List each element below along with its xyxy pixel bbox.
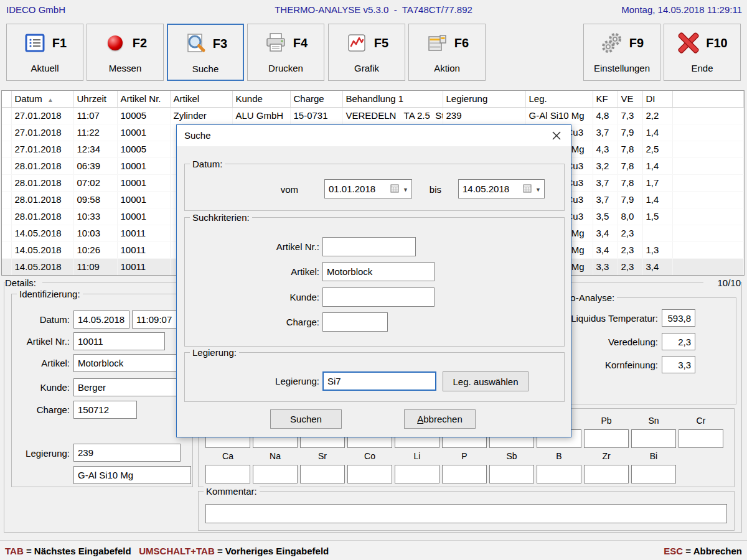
dialog-artikel-input[interactable] [322,262,435,281]
element-value-box[interactable] [679,429,723,448]
cell-datum: 14.05.2018 [11,241,73,258]
column-header-uhrzeit[interactable]: Uhrzeit [73,91,117,107]
element-symbol: Bi [631,451,676,461]
element-value-box[interactable] [253,465,298,483]
record-icon [103,31,127,55]
element-value-box[interactable] [347,465,392,483]
liquidus-field[interactable]: 593,8 [662,309,695,327]
cell-di: 3,4 [642,258,672,275]
element-value-box[interactable] [300,465,345,483]
dialog-legierung-input[interactable] [322,371,436,391]
element-value-box[interactable] [584,429,629,448]
aktion-button[interactable]: F6 Aktion [408,24,486,81]
element-value-box[interactable] [442,465,487,483]
dialog-close-icon[interactable] [551,130,562,141]
column-header-datum[interactable]: Datum ▲ [11,91,73,107]
dropdown-arrow-icon[interactable]: ▼ [403,187,408,193]
cell-kf: 4,8 [593,107,618,124]
aktuell-button[interactable]: F1 Aktuell [6,24,83,81]
dialog-artikel-nr-input[interactable] [322,237,416,256]
row-selector [2,124,11,141]
element-value-box[interactable] [631,465,676,483]
cell-artikel-nr: 10005 [117,107,170,124]
cell-artikel-nr: 10011 [117,258,170,275]
cell-kf: 3,7 [593,191,618,208]
element-cell: Cr [679,416,723,448]
tab-key-hint: TAB [5,546,24,556]
zeit-field[interactable]: 11:09:07 [132,310,182,329]
element-value-box[interactable] [631,429,676,448]
cell-di: 1,7 [642,174,672,191]
column-header-ve[interactable]: VE [618,91,642,107]
artikel-nr-field[interactable]: 10011 [73,332,165,350]
bis-date-picker[interactable]: ▼ [458,179,545,198]
dialog-artikel-label: Artikel: [220,266,319,277]
drucken-button[interactable]: F4 Drucken [247,24,324,81]
cell-ve: 7,9 [618,124,642,141]
statusbar-esc-hint: ESC = Abbrechen [664,546,742,556]
ende-button[interactable]: F10 Ende [664,24,741,81]
abbrechen-rest: bbrechen [423,414,463,424]
column-header-artikel-nr[interactable]: Artikel Nr. [117,91,170,107]
cell-datum: 28.01.2018 [11,208,73,225]
cell-di: 1,4 [642,191,672,208]
calendar-icon [390,184,399,195]
cell-di: 2,5 [642,141,672,157]
element-cell: Sr [300,451,345,483]
messen-button[interactable]: F2 Messen [87,24,164,81]
kornfeinung-field[interactable]: 3,3 [662,356,695,373]
dialog-artikel-nr-label: Artikel Nr.: [220,241,319,252]
list-icon [23,31,47,55]
element-value-box[interactable] [205,465,250,483]
dialog-titlebar[interactable]: Suche [177,125,571,146]
element-cell: Zr [584,451,629,483]
cell-artikel-nr: 10011 [117,225,170,241]
kunde-field[interactable]: Berger [73,378,187,396]
dialog-kunde-input[interactable] [322,287,435,307]
vom-date-input[interactable] [329,181,381,197]
element-value-box[interactable] [537,465,581,483]
legierung-name-field[interactable]: G-Al Si10 Mg [73,466,191,484]
column-header-di[interactable]: DI [642,91,672,107]
element-symbol: Sn [631,416,676,426]
cell-charge: 15-0731 [290,107,342,124]
kommentar-field[interactable] [205,504,727,523]
einstellungen-button[interactable]: F9 Einstellungen [583,24,660,81]
cell-filler [672,174,744,191]
charge-field[interactable]: 150712 [73,401,137,419]
element-value-box[interactable] [395,465,439,483]
dialog-charge-input[interactable] [322,312,388,332]
legierung-nr-field[interactable]: 239 [73,444,181,462]
row-selector-header [2,91,11,107]
button-label: Grafik [329,63,405,73]
column-header-leg[interactable]: Leg. [525,91,593,107]
leg-auswaehlen-button[interactable]: Leg. auswählen [443,371,529,391]
cell-ve: 8,0 [618,208,642,225]
column-header-behandlung[interactable]: Behandlung 1 [342,91,443,107]
column-header-charge[interactable]: Charge [290,91,342,107]
bis-date-input[interactable] [463,181,515,197]
element-value-box[interactable] [489,465,534,483]
element-value-box[interactable] [584,465,629,483]
veredelung-field[interactable]: 2,3 [662,333,695,350]
cell-uhrzeit: 11:07 [73,107,117,124]
artikel-nr-label: Artikel Nr.: [5,336,70,347]
cell-datum: 28.01.2018 [11,174,73,191]
dropdown-arrow-icon[interactable]: ▼ [535,187,541,193]
cell-di: 2,2 [642,107,672,124]
grafik-button[interactable]: F5 Grafik [328,24,405,81]
datum-field[interactable]: 14.05.2018 [73,310,129,329]
abbrechen-button[interactable]: Abbrechen [404,409,476,429]
table-row[interactable]: 27.01.2018 11:07 10005 Zylinder ALU GmbH… [2,107,744,124]
artikel-field[interactable]: Motorblock [73,354,184,372]
suchen-button[interactable]: Suchen [270,409,342,429]
suche-button[interactable]: F3 Suche [167,24,244,81]
column-header-artikel[interactable]: Artikel [170,91,232,107]
fkey-label: F2 [133,36,147,50]
column-header-kf[interactable]: KF [593,91,618,107]
column-header-kunde[interactable]: Kunde [232,91,290,107]
cell-uhrzeit: 11:22 [73,124,117,141]
cell-datum: 14.05.2018 [11,225,73,241]
vom-date-picker[interactable]: ▼ [324,179,412,198]
column-header-legierung[interactable]: Legierung [443,91,525,107]
